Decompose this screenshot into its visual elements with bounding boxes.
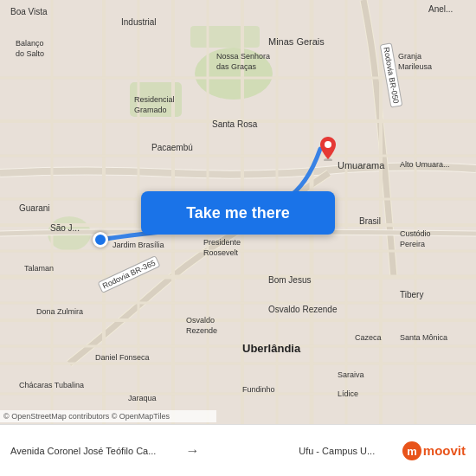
svg-text:m: m	[407, 445, 417, 458]
direction-arrow-icon: →	[186, 443, 200, 459]
moovit-text: moovit	[423, 443, 466, 458]
destination-marker	[318, 137, 338, 161]
svg-rect-3	[190, 26, 260, 48]
take-me-there-button[interactable]: Take me there	[141, 191, 335, 235]
map-container: Boa Vista Industrial Minas Gerais Nossa …	[0, 0, 476, 424]
moovit-logo: m moovit	[402, 441, 466, 460]
copyright-text: © OpenStreetMap contributors © OpenMapTi…	[0, 410, 216, 422]
origin-marker	[93, 232, 108, 248]
svg-point-29	[325, 141, 331, 148]
from-location: Avenida Coronel José Teófilo Ca...	[10, 446, 162, 456]
to-location: Ufu - Campus U...	[223, 446, 375, 456]
bottom-navigation-bar: Avenida Coronel José Teófilo Ca... → Ufu…	[0, 424, 476, 476]
